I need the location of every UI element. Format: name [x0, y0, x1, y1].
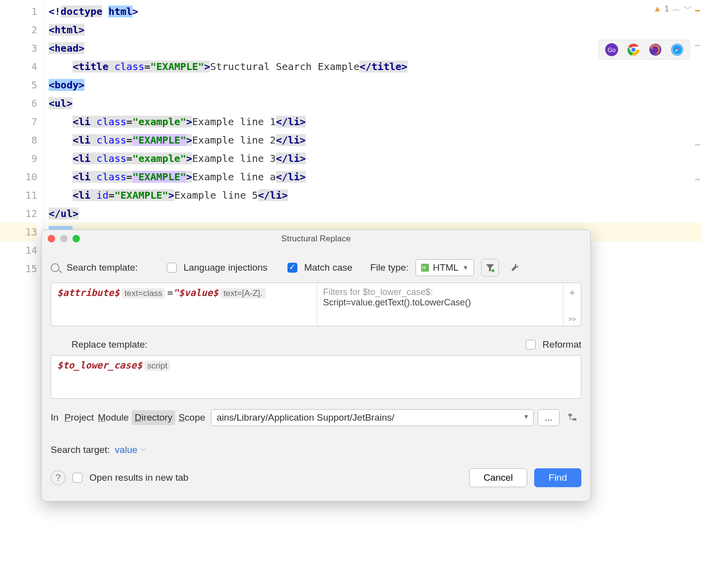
- chevron-down-icon: ▼: [523, 413, 529, 420]
- line-number: 11: [0, 186, 37, 205]
- scope-tabs: Project Module Directory Scope: [64, 410, 206, 425]
- search-target-value: value: [115, 444, 137, 455]
- line-number: 8: [0, 131, 37, 149]
- line-number: 10: [0, 168, 37, 186]
- stripe-mark[interactable]: [695, 45, 700, 46]
- svg-rect-13: [568, 414, 572, 416]
- find-button[interactable]: Find: [534, 468, 581, 487]
- line-number: 12: [0, 205, 37, 223]
- line-number: 4: [0, 58, 37, 76]
- tools-button[interactable]: [506, 259, 524, 277]
- line-number: 3: [0, 39, 37, 58]
- open-in-browser-bar: Go: [599, 40, 690, 60]
- reformat-label: Reformat: [543, 339, 581, 350]
- chrome-icon[interactable]: [627, 43, 640, 56]
- structural-replace-dialog: Structural Replace Search template: Lang…: [41, 229, 591, 502]
- match-case-label: Match case: [304, 262, 352, 273]
- stripe-mark[interactable]: [695, 144, 700, 146]
- replace-template-label: Replace template:: [71, 339, 147, 350]
- scope-tab-scope[interactable]: Scope: [177, 410, 206, 425]
- tree-icon: [567, 413, 577, 423]
- close-window-icon[interactable]: [48, 235, 55, 242]
- scope-tab-module[interactable]: Module: [97, 410, 130, 425]
- svg-rect-14: [573, 418, 576, 421]
- next-highlight-icon[interactable]: ﹀: [684, 3, 692, 14]
- funnel-icon: [486, 263, 494, 272]
- filter-pill-text-regex[interactable]: text=[A-Z].: [220, 288, 266, 298]
- wrench-icon: [510, 263, 520, 273]
- filter-pill-script[interactable]: script: [144, 361, 171, 371]
- scope-in-label: In: [51, 412, 59, 423]
- file-type-value: HTML: [433, 262, 459, 273]
- file-type-select[interactable]: H HTML ▼: [416, 259, 474, 276]
- match-case-checkbox[interactable]: [287, 263, 297, 273]
- svg-text:H: H: [422, 265, 425, 271]
- replace-template-input[interactable]: $to_lower_case$script: [51, 355, 581, 399]
- template-variable-value: "$value$: [173, 287, 218, 298]
- search-template-label: Search template:: [67, 262, 138, 273]
- directory-path-select[interactable]: ains/Library/Application Support/JetBrai…: [211, 409, 534, 426]
- goland-icon[interactable]: Go: [605, 43, 618, 56]
- search-target-label: Search target:: [51, 444, 110, 455]
- prev-highlight-icon[interactable]: ︿: [672, 3, 681, 14]
- scope-tab-project[interactable]: Project: [64, 410, 95, 425]
- line-number: 2: [0, 21, 37, 39]
- inspections-widget[interactable]: ▲ 1 ︿ ﹀: [653, 3, 692, 14]
- scope-tab-directory[interactable]: Directory: [132, 410, 175, 425]
- warning-icon: ▲: [653, 4, 662, 14]
- gutter: 1 2 3 4 5 6 7 8 9 10 11 12 13 14 15: [0, 0, 45, 278]
- dialog-titlebar[interactable]: Structural Replace: [42, 230, 590, 248]
- zoom-window-icon[interactable]: [72, 235, 80, 242]
- search-template-input[interactable]: $attribute$text=class="$value$text=[A-Z]…: [51, 283, 317, 326]
- line-number: 6: [0, 94, 37, 113]
- filters-hint: Filters for $to_lower_case$:: [323, 287, 557, 297]
- filter-script-value[interactable]: Script=value.getText().toLowerCase(): [323, 297, 557, 308]
- dialog-title: Structural Replace: [281, 234, 351, 243]
- firefox-icon[interactable]: [649, 43, 662, 56]
- svg-point-12: [491, 269, 494, 272]
- chevron-down-icon: ﹀: [140, 446, 146, 454]
- reformat-checkbox[interactable]: [526, 340, 536, 350]
- html-file-icon: H: [421, 264, 429, 272]
- cancel-button[interactable]: Cancel: [469, 468, 527, 487]
- stripe-warning-mark[interactable]: [695, 10, 700, 11]
- add-filter-button[interactable]: ＋: [567, 286, 577, 299]
- line-number: 1: [0, 2, 37, 21]
- safari-icon[interactable]: [671, 43, 684, 56]
- svg-text:Go: Go: [608, 47, 616, 54]
- line-number: 15: [0, 260, 37, 278]
- chevron-down-icon: ▼: [463, 264, 469, 271]
- stripe-mark[interactable]: [695, 179, 700, 180]
- line-number: 5: [0, 76, 37, 94]
- line-number: 13: [0, 223, 37, 241]
- search-icon[interactable]: [51, 263, 60, 272]
- filters-panel: Filters for $to_lower_case$: Script=valu…: [317, 283, 563, 326]
- filter-pill-text-class[interactable]: text=class: [122, 288, 165, 298]
- search-template-box: $attribute$text=class="$value$text=[A-Z]…: [51, 283, 581, 326]
- open-new-tab-checkbox[interactable]: [72, 473, 82, 483]
- browse-directory-button[interactable]: ...: [538, 409, 560, 426]
- expand-filters-button[interactable]: >>: [568, 315, 576, 323]
- filter-button[interactable]: [481, 259, 499, 277]
- language-injections-label: Language injections: [184, 262, 268, 273]
- file-type-label: File type:: [370, 262, 409, 273]
- recursive-toggle[interactable]: [563, 409, 581, 427]
- template-variable-tolowercase: $to_lower_case$: [57, 360, 142, 370]
- minimize-window-icon[interactable]: [60, 235, 68, 242]
- window-controls: [48, 235, 80, 242]
- template-variable-attribute: $attribute$: [57, 287, 120, 298]
- language-injections-checkbox[interactable]: [167, 263, 177, 273]
- line-number: 7: [0, 113, 37, 131]
- open-new-tab-label: Open results in new tab: [89, 472, 189, 483]
- line-number: 14: [0, 241, 37, 260]
- right-stripe: [694, 0, 701, 278]
- search-target-dropdown[interactable]: value ﹀: [115, 444, 145, 455]
- directory-path-value: ains/Library/Application Support/JetBrai…: [216, 412, 394, 423]
- line-number: 9: [0, 149, 37, 168]
- help-button[interactable]: ?: [51, 470, 66, 485]
- warning-count: 1: [665, 4, 669, 14]
